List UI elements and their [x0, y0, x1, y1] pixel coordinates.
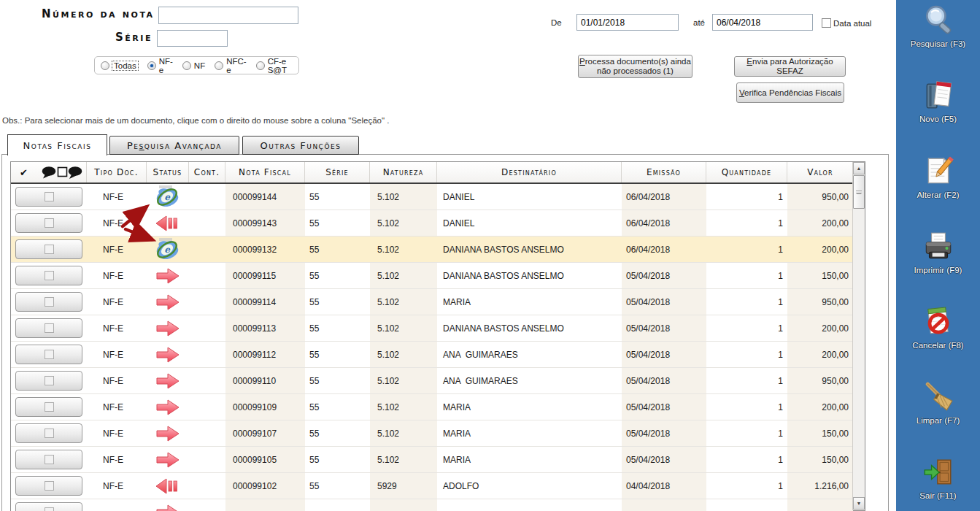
doc-type-radio-nf-e[interactable]: NF-e [147, 57, 173, 74]
date-from-input[interactable] [576, 14, 679, 31]
selection-button[interactable] [15, 213, 82, 233]
sidebar-item-limpar[interactable]: Limpar (F7) [896, 380, 980, 425]
header-natureza[interactable]: Natureza [370, 162, 437, 182]
tab-outras-funcoes[interactable]: Outras Funções [242, 136, 359, 155]
vertical-scrollbar[interactable]: ▲ ▼ [852, 162, 865, 510]
header-destinatario[interactable]: Destinatário [437, 162, 622, 182]
processa-documentos-button[interactable]: Processa documento(s) ainda não processa… [578, 55, 692, 78]
table-row[interactable]: NF-E 000099105555.102MARIA05/04/20181150… [11, 447, 853, 473]
sidebar-item-novo[interactable]: Novo (F5) [896, 79, 980, 123]
selection-button[interactable] [15, 187, 82, 207]
sidebar-item-cancelar[interactable]: Cancelar (F8) [896, 305, 980, 350]
sidebar: Pesquisar (F3) Novo (F5) [896, 0, 980, 511]
radio-dot[interactable] [147, 61, 156, 70]
doc-type-radio-todas[interactable]: Todas [101, 61, 138, 70]
cell-nota-fiscal [225, 499, 305, 511]
table-row[interactable]: NF-E e 000099144555.102DANIEL06/04/20181… [11, 184, 853, 210]
header-tipo-doc[interactable]: Tipo Doc. [87, 162, 147, 182]
header-valor[interactable]: Valor [787, 162, 853, 182]
radio-dot[interactable] [215, 61, 223, 70]
verifica-pendencias-button[interactable]: Verifica Pendências Fiscais [736, 82, 844, 103]
sidebar-item-alterar[interactable]: Alterar (F2) [896, 155, 980, 199]
cell-valor: 950,00 [787, 368, 853, 393]
numero-da-nota-input[interactable] [158, 7, 298, 24]
table-row[interactable]: NF-E e 000099132555.102DANIANA BASTOS AN… [11, 237, 853, 263]
doc-type-radio-nf[interactable]: NF [182, 61, 205, 70]
selection-checkbox[interactable] [45, 218, 54, 228]
table-row[interactable]: NF-E 000099109555.102MARIA05/04/20181200… [11, 394, 853, 420]
header-nota-fiscal[interactable]: Nota Fiscal [225, 162, 305, 182]
selection-button[interactable] [15, 502, 82, 511]
table-row[interactable]: NF-E 000099110555.102ANA GUIMARAES05/04/… [11, 368, 853, 394]
header-quantidade[interactable]: Quantidade [706, 162, 787, 182]
header-serie[interactable]: Série [305, 162, 370, 182]
selection-checkbox[interactable] [45, 376, 54, 385]
cell-emissao [622, 499, 706, 511]
scrollbar-thumb[interactable] [853, 175, 865, 209]
radio-dot[interactable] [101, 61, 109, 70]
cell-tipo-doc: NF-E [87, 184, 147, 210]
selection-checkbox[interactable] [45, 402, 54, 412]
table-row[interactable]: NF-E 000099102555929ADOLFO04/04/201811.2… [11, 473, 853, 499]
selection-button[interactable] [15, 318, 82, 338]
selection-checkbox[interactable] [45, 192, 54, 201]
cell-nota-fiscal: 000099105 [225, 447, 305, 472]
cell-serie: 55 [305, 394, 370, 420]
cell-nota-fiscal: 000099143 [225, 210, 305, 236]
table-row[interactable]: NF-E 000099112555.102ANA GUIMARAES05/04/… [11, 342, 853, 368]
table-row[interactable]: NF-E 000099107555.102MARIA05/04/20181150… [11, 420, 853, 447]
selection-checkbox[interactable] [45, 271, 54, 280]
selection-button[interactable] [15, 450, 82, 469]
selection-button[interactable] [15, 292, 82, 312]
table-row[interactable]: NF-E 000099143555.102DANIEL06/04/2018120… [11, 210, 853, 237]
tab-pesquisa-avancada[interactable]: Pesquisa Avançada [109, 136, 239, 155]
table-row[interactable]: NF-E 000099114555.102MARIA05/04/20181950… [11, 289, 853, 315]
cell-status [147, 210, 189, 236]
selection-button[interactable] [15, 423, 82, 443]
selection-cell [11, 420, 87, 446]
selection-checkbox[interactable] [45, 481, 54, 491]
check-icon[interactable]: ✔ [20, 167, 28, 178]
data-atual-checkbox[interactable] [822, 18, 831, 28]
selection-checkbox[interactable] [45, 350, 54, 359]
selection-button[interactable] [15, 397, 82, 417]
cell-cont [189, 342, 225, 367]
header-cont[interactable]: Cont. [189, 162, 225, 182]
cell-emissao: 05/04/2018 [622, 289, 706, 315]
selection-checkbox[interactable] [45, 323, 54, 333]
header-status[interactable]: Status [147, 162, 189, 182]
selection-checkbox[interactable] [45, 455, 54, 464]
sidebar-item-imprimir[interactable]: Imprimir (F9) [896, 230, 980, 274]
scroll-down-button[interactable]: ▼ [853, 497, 865, 510]
tab-notas-fiscais[interactable]: Notas Fiscais [7, 134, 107, 155]
selection-checkbox[interactable] [45, 297, 54, 307]
cell-natureza: 5.102 [370, 289, 437, 315]
selection-button[interactable] [15, 239, 82, 259]
scroll-up-button[interactable]: ▲ [853, 162, 865, 174]
serie-input[interactable] [157, 30, 228, 47]
selection-button[interactable] [15, 371, 82, 391]
cell-destinatario: ADOLFO [437, 473, 622, 499]
date-to-input[interactable] [712, 14, 813, 31]
radio-dot[interactable] [256, 61, 265, 70]
selection-cell [11, 315, 87, 341]
selection-button[interactable] [15, 476, 82, 496]
doc-type-radio-nfc-e[interactable]: NFC-e [215, 57, 246, 74]
selection-checkbox[interactable] [45, 507, 54, 511]
table-row[interactable]: NF-E 000099115555.102DANIANA BASTOS ANSE… [11, 263, 853, 289]
selection-checkbox[interactable] [45, 429, 54, 438]
selection-button[interactable] [15, 345, 82, 364]
message-bubbles-icon[interactable] [42, 166, 82, 180]
radio-dot[interactable] [182, 61, 191, 70]
doc-type-radio-cf-e-s-t[interactable]: CF-e S@T [256, 57, 293, 74]
sidebar-item-pesquisar[interactable]: Pesquisar (F3) [896, 4, 980, 48]
header-emissao[interactable]: Emissão [622, 162, 706, 182]
cell-valor: 950,00 [787, 184, 853, 210]
envia-autorizacao-sefaz-button[interactable]: Envia para Autorização SEFAZ [734, 56, 846, 77]
table-row[interactable] [11, 499, 853, 511]
selection-checkbox[interactable] [45, 245, 54, 254]
selection-button[interactable] [15, 266, 82, 285]
cell-quantidade: 1 [706, 263, 787, 288]
sidebar-item-sair[interactable]: Sair (F11) [896, 456, 980, 500]
table-row[interactable]: NF-E 000099113555.102DANIANA BASTOS ANSE… [11, 315, 853, 342]
